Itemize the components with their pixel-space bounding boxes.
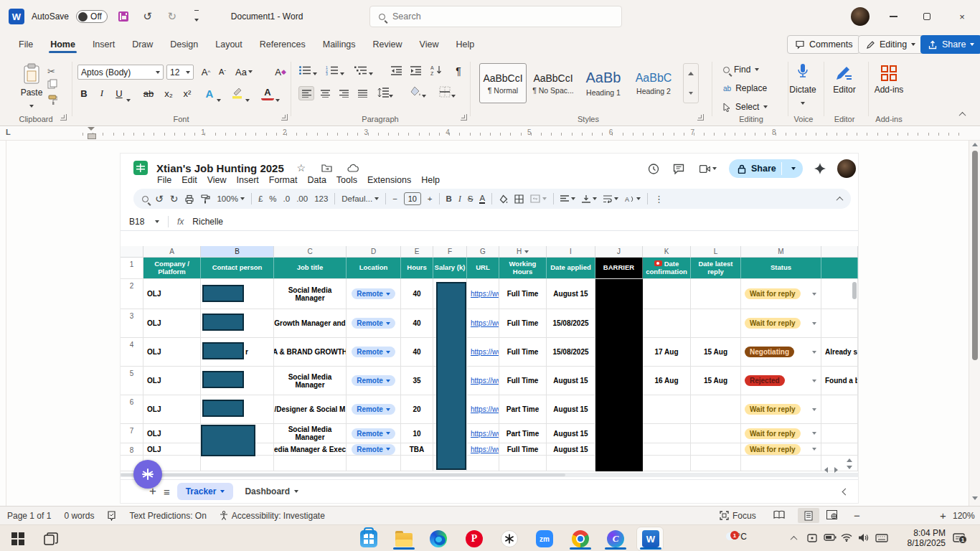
select-button[interactable]: Select xyxy=(723,102,768,112)
highlight-button[interactable] xyxy=(231,86,244,102)
header-cell[interactable]: Date applied xyxy=(547,258,595,279)
decrease-decimal-button[interactable]: .0 xyxy=(283,194,291,203)
notes-cell[interactable]: Found a b xyxy=(821,367,858,395)
fill-color-icon[interactable] xyxy=(499,194,508,204)
status-cell[interactable]: Wait for reply xyxy=(741,395,821,424)
cell[interactable] xyxy=(741,456,821,471)
url-link[interactable]: https://ww xyxy=(471,319,499,327)
collapse-toolbar-icon[interactable] xyxy=(837,196,844,203)
job-title-cell[interactable]: A & BRAND GROWTH xyxy=(274,338,347,367)
underline-button[interactable]: U xyxy=(113,86,126,100)
select-all-corner[interactable] xyxy=(121,246,143,258)
clear-formatting-button[interactable]: A◆ xyxy=(273,65,288,79)
row-header-3[interactable]: 3 xyxy=(121,309,143,338)
sheets-share-button[interactable]: Share xyxy=(729,159,803,178)
location-chip[interactable]: Remote xyxy=(352,288,395,299)
styles-scroll[interactable] xyxy=(683,63,699,103)
column-header-H[interactable]: H xyxy=(499,246,547,258)
column-header-B[interactable]: B xyxy=(201,246,274,258)
font-size-select[interactable]: 12 xyxy=(166,65,194,80)
row-header-1[interactable]: 1 xyxy=(121,258,143,279)
status-dropdown-icon[interactable] xyxy=(812,448,816,451)
search-input[interactable] xyxy=(391,11,570,22)
italic-button[interactable]: I xyxy=(95,86,108,100)
notes-cell[interactable]: Already se xyxy=(821,338,858,367)
paste-button[interactable]: Paste xyxy=(16,63,47,109)
header-cell[interactable]: Location xyxy=(347,258,401,279)
sheet-scroll-left-icon[interactable] xyxy=(824,467,828,473)
status-dropdown-icon[interactable] xyxy=(812,351,816,354)
format-painter-button[interactable] xyxy=(47,95,57,108)
row-header-8[interactable]: 8 xyxy=(121,443,143,456)
collapse-ribbon-button[interactable] xyxy=(959,112,966,119)
location-cell[interactable]: Remote xyxy=(347,395,401,424)
superscript-button[interactable]: x² xyxy=(179,86,195,100)
status-dropdown-icon[interactable] xyxy=(812,322,816,325)
sheet-hscroll-thumb[interactable] xyxy=(121,474,565,476)
redo-icon[interactable]: ↻ xyxy=(170,193,179,204)
battery-icon[interactable] xyxy=(824,533,837,542)
indent-marker[interactable] xyxy=(88,127,95,140)
date-applied-cell[interactable]: August 15 xyxy=(547,424,595,443)
number-format-select[interactable]: Defaul... xyxy=(341,194,379,203)
cell[interactable] xyxy=(499,456,547,471)
weather-widget[interactable]: 1 23°C xyxy=(723,532,747,542)
sheet-scroll-up-icon[interactable] xyxy=(847,458,852,462)
date-applied-cell[interactable]: August 15 xyxy=(547,443,595,456)
latest-reply-cell[interactable] xyxy=(691,309,741,338)
url-link[interactable]: https://ww xyxy=(471,348,499,356)
tab-home[interactable]: Home xyxy=(42,36,84,53)
menu-file[interactable]: File xyxy=(152,174,176,187)
addins-button[interactable]: Add-ins xyxy=(871,65,907,95)
status-chip[interactable]: Negotiating xyxy=(745,347,794,357)
column-header-A[interactable]: A xyxy=(143,246,201,258)
url-link[interactable]: https://ww xyxy=(471,430,499,438)
header-cell[interactable]: Dateconfirmation xyxy=(643,258,691,279)
confirmation-cell[interactable]: 17 Aug xyxy=(643,338,691,367)
text-effects-dropdown[interactable] xyxy=(217,92,221,105)
hours-cell[interactable]: 40 xyxy=(401,338,433,367)
sheet-tab-tracker[interactable]: Tracker xyxy=(177,483,234,500)
hours-cell[interactable]: 35 xyxy=(401,367,433,395)
header-cell[interactable]: Hours xyxy=(401,258,433,279)
text-color-button[interactable]: A xyxy=(479,194,485,204)
url-cell[interactable]: https://ww xyxy=(467,338,499,367)
column-header-M[interactable]: M xyxy=(741,246,821,258)
find-button[interactable]: Find xyxy=(723,65,759,75)
clipboard-dialog-launcher[interactable] xyxy=(60,114,67,121)
hours-cell[interactable]: 40 xyxy=(401,309,433,338)
decrease-font-button[interactable]: − xyxy=(392,194,397,203)
font-size-box[interactable]: 10 xyxy=(404,192,421,205)
print-layout-button[interactable] xyxy=(798,508,819,523)
subscript-button[interactable]: x₂ xyxy=(161,86,176,100)
sheet-scroll-right-icon[interactable] xyxy=(834,467,838,473)
status-chip[interactable]: Wait for reply xyxy=(745,288,801,299)
save-button[interactable] xyxy=(115,8,132,25)
currency-format-button[interactable]: £ xyxy=(258,194,263,203)
style--normal[interactable]: AaBbCcI¶ Normal xyxy=(479,63,527,103)
hours-cell[interactable]: 40 xyxy=(401,279,433,309)
chatgpt-button[interactable] xyxy=(500,529,519,548)
grow-font-button[interactable]: A^ xyxy=(199,65,213,79)
spreadsheet-title[interactable]: Xtian's Job Hunting 2025 xyxy=(156,162,284,174)
header-cell[interactable]: Company / Platform xyxy=(143,258,201,279)
menu-tools[interactable]: Tools xyxy=(331,174,362,187)
style-heading-2[interactable]: AaBbCHeading 2 xyxy=(630,63,677,103)
job-title-cell[interactable]: edia Manager & Exec xyxy=(274,443,347,456)
header-cell[interactable]: Status xyxy=(741,258,821,279)
notes-cell[interactable] xyxy=(821,424,858,443)
date-applied-cell[interactable]: 15/08/2025 xyxy=(547,338,595,367)
cell[interactable] xyxy=(347,456,401,471)
confirmation-cell[interactable] xyxy=(643,443,691,456)
url-link[interactable]: https://ww xyxy=(471,377,499,385)
location-cell[interactable]: Remote xyxy=(347,424,401,443)
status-cell[interactable]: Negotiating xyxy=(741,338,821,367)
column-header-blank[interactable] xyxy=(821,246,858,258)
borders-button[interactable] xyxy=(439,86,456,100)
menu-help[interactable]: Help xyxy=(416,174,445,187)
job-title-cell[interactable]: Social Media Manager xyxy=(274,367,347,395)
header-cell[interactable]: Date latest reply xyxy=(691,258,741,279)
cell[interactable] xyxy=(547,456,595,471)
working-hours-cell[interactable]: Full Time xyxy=(499,338,547,367)
cell[interactable] xyxy=(401,456,433,471)
